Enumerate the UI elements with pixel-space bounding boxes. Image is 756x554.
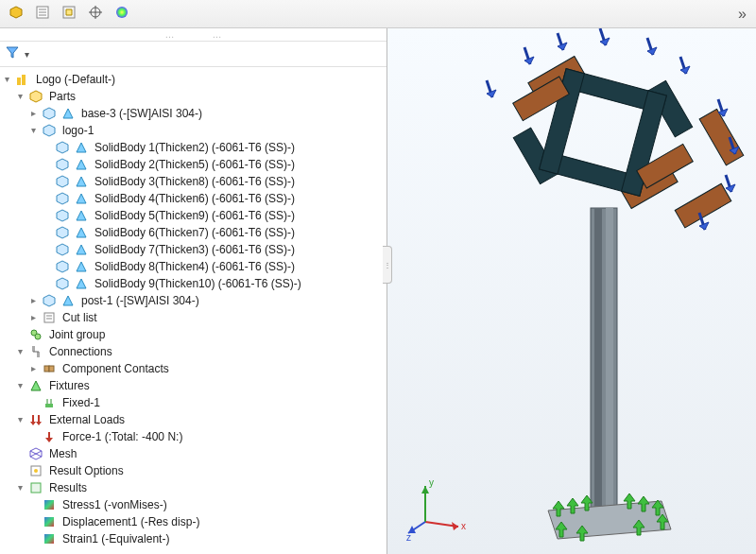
tree-solidbody[interactable]: ▸SolidBody 8(Thicken4) (-6061-T6 (SS)-) (2, 258, 387, 275)
tree-label: SolidBody 6(Thicken7) (-6061-T6 (SS)-) (93, 224, 297, 241)
tree-solidbody[interactable]: ▸SolidBody 7(Thicken3) (-6061-T6 (SS)-) (2, 241, 387, 258)
tree-displacement1[interactable]: ▸Displacement1 (-Res disp-) (2, 513, 387, 530)
svg-marker-24 (57, 278, 68, 289)
result-options-icon (28, 463, 43, 478)
svg-marker-22 (57, 244, 68, 255)
svg-rect-31 (32, 346, 35, 352)
svg-marker-17 (57, 159, 68, 170)
body-icon (55, 242, 70, 257)
tab-dimxpert[interactable] (83, 3, 108, 26)
tab-configuration-manager[interactable] (57, 3, 81, 26)
tree-connections[interactable]: ▾Connections (2, 343, 387, 360)
tree-jointgroup[interactable]: ▸Joint group (2, 326, 387, 343)
tree-label: SolidBody 7(Thicken3) (-6061-T6 (SS)-) (93, 241, 297, 258)
tree-component-contacts[interactable]: ▸Component Contacts (2, 360, 387, 377)
svg-marker-0 (10, 7, 22, 18)
material-icon (74, 242, 89, 257)
body-icon (55, 191, 70, 206)
tree-label: SolidBody 9(Thicken10) (-6061-T6 (SS)-) (93, 275, 303, 292)
view-triad[interactable]: x y z (406, 475, 472, 541)
svg-marker-16 (57, 142, 68, 153)
svg-marker-41 (30, 422, 36, 425)
palette-icon (115, 6, 129, 23)
main-content: …… ▾ ▾Logo (-Default-) ▾Parts ▸base-3 (-… (0, 28, 756, 554)
loads-icon (28, 412, 43, 427)
tree-solidbody[interactable]: ▸SolidBody 3(Thicken8) (-6061-T6 (SS)-) (2, 173, 387, 190)
list-icon (36, 6, 49, 23)
svg-marker-15 (43, 125, 55, 136)
tree-solidbody[interactable]: ▸SolidBody 4(Thicken6) (-6061-T6 (SS)-) (2, 190, 387, 207)
part-icon (42, 123, 57, 138)
tree-stress1[interactable]: ▸Stress1 (-vonMises-) (2, 496, 387, 513)
svg-rect-54 (44, 534, 54, 544)
tree-label: Results (47, 479, 89, 496)
tree-label: logo-1 (60, 122, 95, 139)
tree-external-loads[interactable]: ▾External Loads (2, 411, 387, 428)
svg-rect-56 (594, 208, 602, 511)
tree-label: post-1 (-[SW]AISI 304-) (79, 292, 201, 309)
tree-solidbody[interactable]: ▸SolidBody 9(Thicken10) (-6061-T6 (SS)-) (2, 275, 387, 292)
tree-solidbody[interactable]: ▸SolidBody 2(Thicken5) (-6061-T6 (SS)-) (2, 156, 387, 173)
material-icon (74, 208, 89, 223)
tree-label: Parts (47, 88, 77, 105)
config-icon (62, 6, 76, 23)
body-icon (55, 225, 70, 240)
panel-splitter-handle[interactable]: ⋮ (383, 246, 392, 284)
tree-solidbody[interactable]: ▸SolidBody 6(Thicken7) (-6061-T6 (SS)-) (2, 224, 387, 241)
tree-fixed1[interactable]: ▸Fixed-1 (2, 394, 387, 411)
tab-featuremanager[interactable] (4, 3, 28, 26)
svg-marker-14 (43, 108, 55, 119)
filter-dropdown[interactable]: ▾ (25, 49, 29, 60)
tab-property-manager[interactable] (30, 3, 55, 26)
results-icon (28, 480, 43, 495)
svg-rect-53 (44, 517, 54, 527)
tree-label: Force-1 (:Total: -400 N:) (60, 428, 184, 445)
tree-parts[interactable]: ▾Parts (2, 88, 387, 105)
axis-x-label: x (461, 521, 466, 531)
funnel-icon[interactable] (6, 45, 19, 62)
tree-label: Stress1 (-vonMises-) (60, 496, 169, 513)
tree-strain1[interactable]: ▸Strain1 (-Equivalent-) (2, 530, 387, 547)
tree-label: SolidBody 1(Thicken2) (-6061-T6 (SS)-) (93, 139, 297, 156)
tree-result-options[interactable]: ▸Result Options (2, 462, 387, 479)
tree-mesh[interactable]: ▸Mesh (2, 445, 387, 462)
svg-rect-57 (606, 208, 613, 511)
material-icon (74, 276, 89, 291)
parts-icon (28, 89, 43, 104)
tree-post1[interactable]: ▸post-1 (-[SW]AISI 304-) (2, 292, 387, 309)
tree-label: External Loads (47, 411, 127, 428)
svg-marker-13 (30, 91, 42, 102)
panel-grip[interactable]: …… (0, 28, 387, 42)
svg-rect-11 (17, 78, 21, 85)
tree-logo1[interactable]: ▾logo-1 (2, 122, 387, 139)
material-icon (74, 191, 89, 206)
tree-label: Strain1 (-Equivalent-) (60, 530, 171, 547)
body-icon (55, 276, 70, 291)
tree-base3[interactable]: ▸base-3 (-[SW]AISI 304-) (2, 105, 387, 122)
svg-point-9 (116, 7, 128, 18)
toolbar-expand-arrow[interactable]: » (732, 6, 752, 23)
fixtures-icon (28, 378, 43, 393)
graphics-viewport[interactable]: x y z (387, 28, 756, 554)
target-icon (89, 6, 102, 23)
tab-display-manager[interactable] (110, 3, 134, 26)
tree-cutlist[interactable]: ▸Cut list (2, 309, 387, 326)
cutlist-icon (42, 310, 57, 325)
joint-icon (28, 327, 43, 342)
material-icon (60, 106, 76, 121)
contact-icon (42, 361, 57, 376)
connections-icon (28, 344, 43, 359)
svg-point-30 (35, 334, 41, 339)
tree-solidbody[interactable]: ▸SolidBody 1(Thicken2) (-6061-T6 (SS)-) (2, 139, 387, 156)
tree-root-study[interactable]: ▾Logo (-Default-) (2, 71, 387, 88)
svg-rect-26 (44, 313, 54, 322)
tree-fixtures[interactable]: ▾Fixtures (2, 377, 387, 394)
tree-label: SolidBody 3(Thicken8) (-6061-T6 (SS)-) (93, 173, 297, 190)
tree-solidbody[interactable]: ▸SolidBody 5(Thicken9) (-6061-T6 (SS)-) (2, 207, 387, 224)
tree-results[interactable]: ▾Results (2, 479, 387, 496)
tree-label: SolidBody 2(Thicken5) (-6061-T6 (SS)-) (93, 156, 297, 173)
svg-marker-43 (36, 422, 42, 425)
feature-tree[interactable]: ▾Logo (-Default-) ▾Parts ▸base-3 (-[SW]A… (0, 67, 387, 554)
svg-rect-35 (49, 366, 54, 372)
tree-force1[interactable]: ▸Force-1 (:Total: -400 N:) (2, 428, 387, 445)
